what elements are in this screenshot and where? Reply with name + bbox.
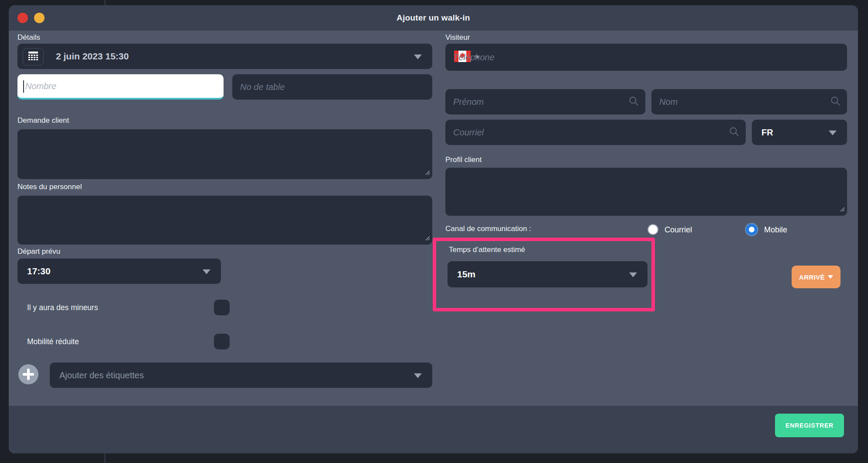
minors-label: Il y aura des mineurs bbox=[27, 303, 98, 312]
tags-select[interactable]: Ajouter des étiquettes bbox=[50, 363, 432, 388]
search-icon bbox=[830, 95, 841, 108]
modal-header: Ajouter un walk-in bbox=[9, 5, 858, 31]
resize-handle-icon[interactable] bbox=[425, 169, 430, 177]
minors-checkbox[interactable] bbox=[214, 300, 230, 315]
tags-placeholder: Ajouter des étiquettes bbox=[50, 370, 144, 380]
chevron-down-icon bbox=[414, 55, 422, 59]
reduced-mobility-label: Mobilité réduite bbox=[27, 337, 79, 346]
last-name-field bbox=[651, 89, 847, 114]
first-name-input[interactable] bbox=[445, 89, 645, 114]
wait-time-value: 15m bbox=[448, 269, 475, 280]
last-name-input[interactable] bbox=[651, 89, 847, 114]
arrived-button[interactable]: ARRIVÉ bbox=[792, 266, 840, 288]
client-profile-textarea[interactable] bbox=[445, 168, 847, 216]
wait-time-select[interactable]: 15m bbox=[448, 261, 648, 287]
calendar-icon bbox=[28, 52, 38, 62]
language-value: FR bbox=[752, 128, 773, 138]
text-cursor bbox=[23, 80, 24, 93]
calendar-button[interactable] bbox=[23, 48, 44, 66]
channel-label: Canal de communication : bbox=[445, 225, 531, 233]
channel-radio-mobile-label: Mobile bbox=[764, 225, 787, 235]
arrived-button-label: ARRIVÉ bbox=[799, 273, 825, 281]
channel-radio-courriel[interactable] bbox=[648, 224, 658, 235]
modal-title: Ajouter un walk-in bbox=[9, 5, 858, 31]
save-button[interactable]: ENREGISTRER bbox=[775, 414, 844, 437]
party-size-field bbox=[17, 74, 224, 100]
reduced-mobility-checkbox[interactable] bbox=[214, 334, 230, 349]
chevron-down-icon bbox=[629, 273, 637, 277]
email-input[interactable] bbox=[445, 120, 746, 145]
phone-input[interactable] bbox=[453, 44, 847, 71]
staff-notes-label: Notes du personnel bbox=[17, 183, 82, 191]
search-icon bbox=[628, 95, 639, 108]
client-request-label: Demande client bbox=[17, 116, 69, 125]
staff-notes-field bbox=[17, 196, 432, 245]
chevron-down-icon bbox=[829, 131, 837, 135]
details-section-label: Détails bbox=[17, 33, 40, 42]
table-number-field bbox=[232, 74, 432, 100]
search-icon bbox=[728, 126, 740, 139]
client-request-textarea[interactable] bbox=[17, 129, 432, 179]
staff-notes-textarea[interactable] bbox=[17, 196, 432, 245]
chevron-down-icon bbox=[203, 270, 210, 274]
departure-select[interactable]: 17:30 bbox=[17, 259, 221, 284]
departure-value: 17:30 bbox=[17, 266, 51, 276]
resize-handle-icon[interactable] bbox=[425, 235, 430, 242]
first-name-field bbox=[445, 89, 645, 114]
departure-label: Départ prévu bbox=[17, 247, 60, 256]
datetime-select[interactable]: 2 juin 2023 15:30 bbox=[17, 44, 432, 69]
add-tag-button[interactable] bbox=[18, 364, 38, 384]
modal-footer bbox=[9, 406, 858, 453]
email-field bbox=[445, 120, 746, 145]
party-size-input[interactable] bbox=[17, 74, 224, 98]
language-select[interactable]: FR bbox=[752, 120, 847, 145]
visitor-section-label: Visiteur bbox=[445, 33, 470, 42]
channel-radio-courriel-label: Courriel bbox=[665, 225, 692, 235]
table-number-input[interactable] bbox=[232, 74, 432, 100]
client-profile-label: Profil client bbox=[445, 155, 482, 164]
chevron-down-icon bbox=[414, 373, 422, 378]
client-profile-field bbox=[445, 168, 847, 216]
chevron-down-icon bbox=[828, 275, 833, 279]
resize-handle-icon[interactable] bbox=[840, 206, 845, 214]
add-walkin-modal: Ajouter un walk-in Détails 2 juin 2023 1… bbox=[9, 5, 858, 453]
client-request-field bbox=[17, 129, 432, 179]
channel-radio-mobile[interactable] bbox=[746, 224, 757, 235]
wait-time-label: Temps d’attente estimé bbox=[449, 245, 525, 254]
phone-field bbox=[445, 44, 847, 71]
